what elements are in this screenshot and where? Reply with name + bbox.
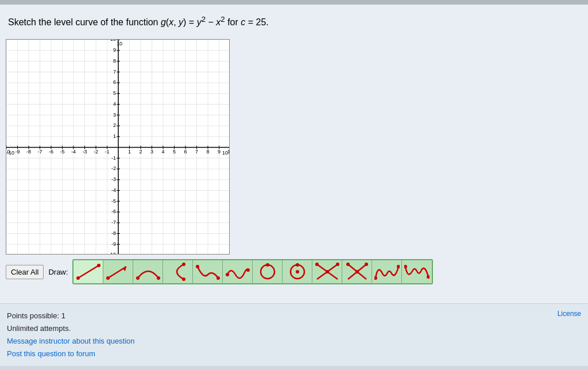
svg-point-18	[296, 263, 299, 267]
top-bar	[0, 0, 588, 5]
less-than-icon	[165, 262, 191, 282]
svg-point-6	[136, 276, 140, 280]
tool-circle-dot[interactable]	[283, 260, 312, 283]
tool-arc-up[interactable]	[133, 260, 163, 283]
line-icon	[76, 262, 101, 282]
svg-point-22	[355, 270, 359, 273]
svg-point-1	[76, 276, 80, 280]
svg-point-23	[346, 263, 350, 266]
draw-label: Draw:	[48, 268, 68, 276]
cross-curve-icon	[315, 262, 340, 282]
tool-x-shape[interactable]	[342, 260, 372, 283]
tool-wave-w[interactable]	[402, 260, 432, 283]
wave-w-icon	[404, 262, 430, 282]
svg-point-24	[365, 263, 368, 266]
svg-point-20	[315, 263, 319, 266]
main-container: Sketch the level curve of the function g…	[0, 5, 588, 303]
attempts-label: Unlimited attempts.	[7, 324, 71, 333]
arrow-line-icon	[106, 262, 131, 282]
svg-point-11	[216, 276, 220, 280]
svg-point-26	[397, 265, 400, 268]
svg-point-15	[266, 263, 269, 267]
svg-line-3	[108, 267, 126, 278]
svg-point-12	[226, 273, 229, 276]
footer-text: Points possible: 1 Unlimited attempts. M…	[7, 310, 581, 360]
tool-cross-curve[interactable]	[312, 260, 342, 283]
points-label: Points possible:	[7, 311, 59, 320]
svg-point-9	[182, 278, 185, 281]
clear-all-button[interactable]: Clear All	[6, 265, 44, 279]
arc-up-icon	[136, 262, 161, 282]
svg-point-8	[182, 263, 185, 266]
tool-circle[interactable]	[253, 260, 283, 283]
circle-dot-icon	[285, 262, 310, 282]
graph-canvas[interactable]	[6, 40, 230, 255]
svg-point-17	[296, 270, 299, 273]
tool-wave-m[interactable]	[372, 260, 402, 283]
svg-point-21	[336, 263, 339, 266]
x-shape-icon	[345, 262, 370, 282]
wave-m-icon	[374, 262, 400, 282]
message-instructor-link[interactable]: Message instructor about this question	[7, 337, 135, 345]
tool-line[interactable]	[74, 260, 103, 283]
tool-less-than[interactable]	[163, 260, 193, 283]
post-question-link[interactable]: Post this question to forum	[7, 349, 95, 358]
svg-point-13	[246, 268, 250, 272]
toolbar: Clear All Draw:	[6, 259, 433, 284]
tool-arrow-line[interactable]	[103, 260, 133, 283]
license-link[interactable]: License	[558, 310, 581, 318]
svg-point-27	[404, 265, 407, 268]
svg-point-28	[427, 275, 430, 279]
graph-and-tools: Clear All Draw:	[6, 39, 582, 284]
question-text: Sketch the level curve of the function g…	[6, 10, 582, 32]
svg-point-14	[261, 265, 274, 279]
circle-icon	[255, 262, 280, 282]
squiggle-icon	[225, 262, 250, 282]
svg-point-7	[157, 276, 160, 280]
points-value: 1	[61, 311, 65, 320]
svg-point-2	[97, 264, 100, 267]
svg-point-4	[106, 276, 110, 280]
svg-point-19	[326, 270, 329, 273]
tool-strip	[72, 259, 433, 284]
tool-check-arc[interactable]	[193, 260, 223, 283]
svg-point-10	[196, 265, 199, 268]
footer: Points possible: 1 Unlimited attempts. M…	[0, 303, 588, 366]
svg-point-25	[374, 276, 377, 280]
function-expression: g	[161, 17, 166, 27]
svg-line-0	[78, 265, 99, 278]
check-arc-icon	[195, 262, 220, 282]
tool-squiggle[interactable]	[223, 260, 253, 283]
graph-area[interactable]	[6, 39, 230, 255]
